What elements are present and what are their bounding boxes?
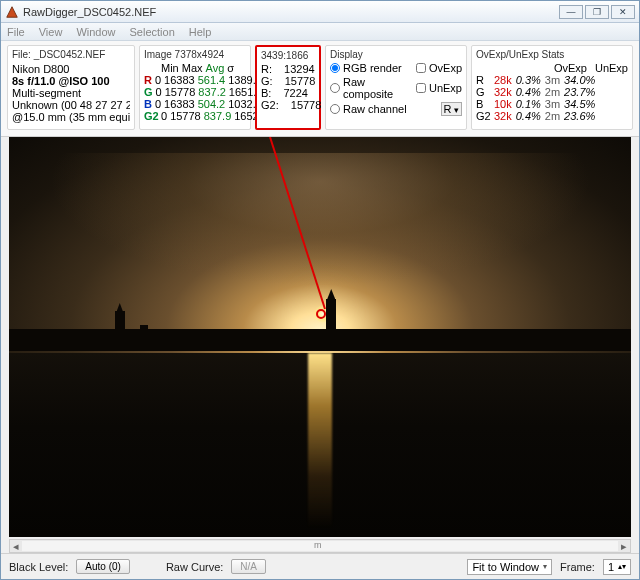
black-level-label: Black Level: [9, 561, 68, 573]
pixel-g2: G2: 15778 [261, 99, 315, 111]
image-stats-group: Image 7378x4924 Min Max Avg σ R0 16383 5… [139, 45, 251, 130]
rgb-render-radio[interactable] [330, 63, 340, 73]
svg-marker-0 [7, 6, 18, 17]
scroll-track[interactable]: m [22, 541, 618, 551]
menu-help[interactable]: Help [189, 26, 212, 38]
minimize-button[interactable]: — [559, 5, 583, 19]
stats-row-g2: G20 15778 837.9 1652.2 [144, 110, 246, 122]
scroll-left-icon[interactable]: ◂ [10, 540, 22, 553]
raw-composite-label: Raw composite [343, 76, 410, 100]
menu-file[interactable]: File [7, 26, 25, 38]
display-title: Display [330, 49, 462, 60]
window-controls: — ❐ ✕ [559, 5, 635, 19]
pixel-b: B: 7224 [261, 87, 315, 99]
unexp-label: UnExp [429, 82, 462, 94]
menu-window[interactable]: Window [76, 26, 115, 38]
pixel-coords: 3439:1866 [261, 50, 315, 61]
pixel-sample-group: 3439:1866 R: 13294 G: 15778 B: 7224 G2: … [255, 45, 321, 130]
file-group: File: _DSC0452.NEF Nikon D800 8s f/11.0 … [7, 45, 135, 130]
exposure-line: 8s f/11.0 @ISO 100 [12, 75, 130, 87]
image-wrap: ◂ m ▸ [1, 137, 639, 553]
stats-row-b: B0 16383 504.2 1032.4 [144, 98, 246, 110]
image-viewport[interactable] [9, 137, 631, 537]
photo-clouds [40, 153, 600, 297]
bottom-bar: Black Level: Auto (0) Raw Curve: N/A Fit… [1, 553, 639, 579]
ovexp-header: OvExpUnExp [476, 62, 628, 74]
menu-view[interactable]: View [39, 26, 63, 38]
auto-black-button[interactable]: Auto (0) [76, 559, 130, 574]
unknown-line: Unknown (00 48 27 27 24 24 00 00) [12, 99, 130, 111]
ovexp-row-b: B10k 0.1% 3m 34.5% [476, 98, 628, 110]
scroll-right-icon[interactable]: ▸ [618, 540, 630, 553]
maximize-button[interactable]: ❐ [585, 5, 609, 19]
stats-row-r: R0 16383 561.4 1389.1 [144, 74, 246, 86]
unexp-check[interactable] [416, 83, 426, 93]
ovexp-title: OvExp/UnExp Stats [476, 49, 628, 60]
stats-row-g: G0 15778 837.2 1651.8 [144, 86, 246, 98]
horizontal-scrollbar[interactable]: ◂ m ▸ [9, 539, 631, 553]
focal-line: @15.0 mm (35 mm equivalent: 15 EXIF [12, 111, 130, 125]
pixel-g: G: 15778 [261, 75, 315, 87]
ovexp-row-r: R28k 0.3% 3m 34.0% [476, 74, 628, 86]
info-panel: File: _DSC0452.NEF Nikon D800 8s f/11.0 … [1, 41, 639, 137]
display-group: Display RGB render OvExp Raw composite U… [325, 45, 467, 130]
photo-tower [140, 325, 148, 351]
photo-bigben [326, 299, 336, 351]
close-button[interactable]: ✕ [611, 5, 635, 19]
menubar: File View Window Selection Help [1, 23, 639, 41]
metering-mode: Multi-segment [12, 87, 130, 99]
raw-curve-label: Raw Curve: [166, 561, 223, 573]
photo-tower [227, 329, 237, 351]
photo-tower [115, 311, 125, 351]
frame-label: Frame: [560, 561, 595, 573]
raw-curve-button[interactable]: N/A [231, 559, 266, 574]
ovexp-row-g2: G232k 0.4% 2m 23.6% [476, 110, 628, 122]
image-stats-title: Image 7378x4924 [144, 49, 246, 60]
zoom-select[interactable]: Fit to Window [467, 559, 552, 575]
ovexp-row-g: G32k 0.4% 2m 23.7% [476, 86, 628, 98]
ovexp-label-1: OvExp [429, 62, 462, 74]
channel-select[interactable]: R ▾ [441, 102, 462, 116]
raw-channel-radio[interactable] [330, 104, 340, 114]
raw-composite-radio[interactable] [330, 83, 340, 93]
stats-header: Min Max Avg σ [144, 62, 246, 74]
rgb-render-label: RGB render [343, 62, 402, 74]
window-title: RawDigger_DSC0452.NEF [23, 6, 559, 18]
app-logo-icon [5, 5, 19, 19]
photo-building [357, 337, 397, 351]
camera-model: Nikon D800 [12, 63, 130, 75]
menu-selection[interactable]: Selection [130, 26, 175, 38]
raw-channel-label: Raw channel [343, 103, 407, 115]
photo-reflection [308, 353, 332, 529]
file-title: File: _DSC0452.NEF [12, 49, 130, 61]
app-window: RawDigger_DSC0452.NEF — ❐ ✕ File View Wi… [0, 0, 640, 580]
pixel-r: R: 13294 [261, 63, 315, 75]
frame-spinner[interactable]: 1▴▾ [603, 559, 631, 575]
ovexp-stats-group: OvExp/UnExp Stats OvExpUnExp R28k 0.3% 3… [471, 45, 633, 130]
titlebar: RawDigger_DSC0452.NEF — ❐ ✕ [1, 1, 639, 23]
ovexp-check-1[interactable] [416, 63, 426, 73]
photo-bridge [395, 341, 619, 351]
